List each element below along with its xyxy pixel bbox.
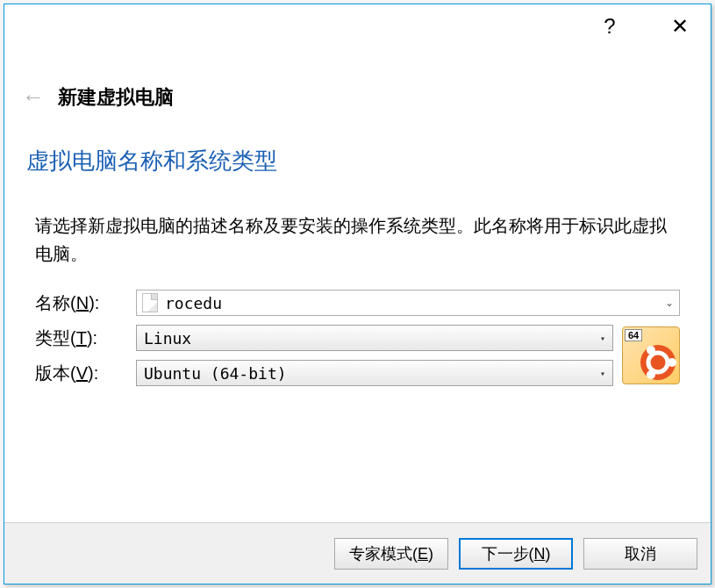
- name-row: 名称(N): ⌄: [35, 290, 680, 316]
- tv-left-column: 类型(T): Linux ▾ 版本(V): Ubuntu (64-bit) ▾: [35, 325, 613, 395]
- svg-point-2: [668, 358, 676, 367]
- ubuntu-logo-icon: [633, 338, 680, 384]
- version-row: 版本(V): Ubuntu (64-bit) ▾: [35, 360, 613, 386]
- type-label: 类型(T):: [35, 326, 136, 350]
- chevron-down-icon: ▾: [600, 369, 605, 378]
- svg-point-3: [647, 346, 655, 355]
- os-icon: 64: [622, 326, 680, 384]
- file-icon: [142, 293, 158, 312]
- wizard-header: ← 新建虚拟电脑: [22, 83, 693, 111]
- cancel-button[interactable]: 取消: [583, 538, 697, 570]
- version-select-value: Ubuntu (64-bit): [144, 364, 287, 383]
- chevron-down-icon: ▾: [600, 333, 605, 343]
- help-button[interactable]: ?: [597, 14, 623, 39]
- version-select[interactable]: Ubuntu (64-bit) ▾: [136, 360, 613, 386]
- svg-point-4: [647, 370, 655, 379]
- section-title: 虚拟电脑名称和系统类型: [26, 146, 693, 176]
- back-arrow-icon[interactable]: ←: [22, 83, 45, 111]
- footer: 专家模式(E) 下一步(N) 取消: [4, 522, 711, 584]
- version-label: 版本(V):: [35, 362, 136, 385]
- name-dropdown-toggle[interactable]: ⌄: [660, 297, 679, 309]
- content-area: ← 新建虚拟电脑 虚拟电脑名称和系统类型 请选择新虚拟电脑的描述名称及要安装的操…: [4, 48, 711, 522]
- next-button[interactable]: 下一步(N): [459, 538, 573, 570]
- close-button[interactable]: ✕: [667, 14, 693, 39]
- type-version-block: 类型(T): Linux ▾ 版本(V): Ubuntu (64-bit) ▾: [35, 325, 680, 395]
- type-select[interactable]: Linux ▾: [136, 325, 613, 351]
- name-input[interactable]: [165, 294, 660, 312]
- titlebar: ? ✕: [4, 4, 711, 48]
- type-select-value: Linux: [144, 329, 191, 348]
- wizard-title: 新建虚拟电脑: [58, 84, 174, 111]
- form-area: 名称(N): ⌄ 类型(T): Linux ▾: [35, 290, 680, 395]
- dialog-window: ? ✕ ← 新建虚拟电脑 虚拟电脑名称和系统类型 请选择新虚拟电脑的描述名称及要…: [4, 4, 711, 584]
- name-label: 名称(N):: [35, 291, 136, 315]
- name-input-wrapper[interactable]: ⌄: [136, 290, 680, 316]
- type-row: 类型(T): Linux ▾: [35, 325, 613, 351]
- expert-mode-button[interactable]: 专家模式(E): [334, 538, 448, 570]
- description-text: 请选择新虚拟电脑的描述名称及要安装的操作系统类型。此名称将用于标识此虚拟电脑。: [35, 212, 680, 268]
